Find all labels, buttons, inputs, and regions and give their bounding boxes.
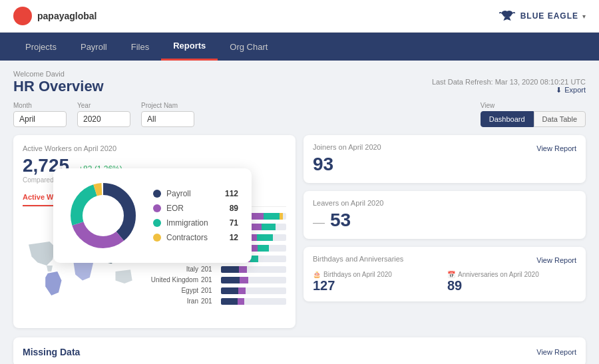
main-content: Welcome David HR Overview Last Data Refr… <box>0 61 599 364</box>
bar-row-uk: United Kingdom 201 <box>150 276 286 283</box>
export-icon: ⬇ <box>556 86 562 94</box>
eor-value: 89 <box>230 204 238 213</box>
birthday-label: Birthdays on April 2020 <box>323 271 392 278</box>
immigration-dot <box>153 219 161 227</box>
anniversary-item: 📅 Anniversaries on April 2020 89 <box>447 271 576 293</box>
birthdays-view-report[interactable]: View Report <box>536 256 576 264</box>
payroll-value: 112 <box>225 189 238 198</box>
donut-chart <box>67 179 140 252</box>
contractors-value: 12 <box>230 233 238 242</box>
contractors-label: Contractors <box>166 233 220 242</box>
joiners-value: 93 <box>313 154 576 175</box>
header: papayaglobal BLUE EAGLE ▾ <box>0 0 599 33</box>
view-label: View <box>481 102 586 109</box>
joiners-card: View Report Joiners on April 2020 93 <box>303 135 586 183</box>
export-button[interactable]: ⬇ Export <box>556 86 586 94</box>
year-filter: Year 2020 <box>77 102 130 127</box>
nav-payroll[interactable]: Payroll <box>69 34 119 60</box>
contractors-dot <box>153 234 161 242</box>
nav-files[interactable]: Files <box>119 34 161 60</box>
legend-payroll: Payroll 112 <box>153 189 238 198</box>
legend-contractors: Contractors 12 <box>153 233 238 242</box>
right-column: View Report Joiners on April 2020 93 Lea… <box>303 135 586 328</box>
eor-dot <box>153 204 161 212</box>
refresh-text: Last Data Refresh: Mar 13, 2020 08:10:21… <box>432 78 586 86</box>
joiners-view-report[interactable]: View Report <box>536 144 576 152</box>
birthdays-grid: 🎂 Birthdays on April 2020 127 📅 Annivers… <box>313 271 576 293</box>
brand-name: BLUE EAGLE <box>520 11 578 21</box>
anniversary-value: 89 <box>447 278 576 293</box>
logo-text: papayaglobal <box>37 11 97 21</box>
data-table-view-btn[interactable]: Data Table <box>534 111 586 127</box>
legend-immigration: Immigration 71 <box>153 218 238 228</box>
bar-row-egypt: Egypt 201 <box>150 287 286 294</box>
donut-overlay: Payroll 112 EOR 89 Immigration 71 Contra… <box>53 168 252 263</box>
payroll-dot <box>153 190 161 198</box>
birthday-icon: 🎂 <box>313 271 321 278</box>
bar-row-iran: Iran 201 <box>150 297 286 305</box>
dashboard-view-btn[interactable]: Dashboard <box>481 111 534 127</box>
legend-eor: EOR 89 <box>153 204 238 213</box>
workers-card-title: Active Workers on April 2020 <box>23 144 286 152</box>
brand-right[interactable]: BLUE EAGLE ▾ <box>498 9 586 23</box>
immigration-value: 71 <box>230 218 238 228</box>
nav-projects[interactable]: Projects <box>13 34 69 60</box>
leavers-value: 53 <box>330 210 351 231</box>
view-toggle: Dashboard Data Table <box>481 111 586 127</box>
year-label: Year <box>77 102 130 109</box>
anniversary-label: Anniversaries on April 2020 <box>458 271 539 278</box>
birthdays-card: Birthdays and Anniversaries View Report … <box>303 247 586 301</box>
logo-area: papayaglobal <box>13 7 97 25</box>
project-filter: Project Nam All <box>141 102 194 127</box>
payroll-label: Payroll <box>166 189 220 198</box>
birthdays-card-title: Birthdays and Anniversaries <box>313 255 403 263</box>
nav-reports[interactable]: Reports <box>161 33 218 61</box>
anniversary-icon: 📅 <box>447 271 455 278</box>
svg-point-4 <box>86 198 120 233</box>
filter-bar: Month April Year 2020 Project Nam All Vi… <box>13 102 586 127</box>
leavers-dash: — <box>313 216 325 230</box>
year-select[interactable]: 2020 <box>77 111 130 127</box>
month-select[interactable]: April <box>13 111 67 127</box>
page-title: HR Overview <box>13 78 104 95</box>
nav-org-chart[interactable]: Org Chart <box>218 34 280 60</box>
birthday-item: 🎂 Birthdays on April 2020 127 <box>313 271 442 293</box>
missing-data-section: Missing Data View Report <box>13 337 586 364</box>
project-select[interactable]: All <box>141 111 194 127</box>
eagle-icon <box>498 9 516 23</box>
missing-view-report[interactable]: View Report <box>536 348 576 356</box>
leavers-title: Leavers on April 2020 <box>313 199 576 207</box>
birthday-value: 127 <box>313 278 442 293</box>
project-label: Project Nam <box>141 102 194 109</box>
brand-dropdown-icon[interactable]: ▾ <box>582 13 586 20</box>
month-filter: Month April <box>13 102 67 127</box>
main-nav: Projects Payroll Files Reports Org Chart <box>0 33 599 61</box>
papaya-logo <box>13 7 32 25</box>
eor-label: EOR <box>166 204 220 213</box>
bar-row-italy: Italy 201 <box>150 266 286 273</box>
export-label: Export <box>564 86 586 94</box>
welcome-text: Welcome David <box>13 70 104 78</box>
leavers-card: Leavers on April 2020 — 53 <box>303 191 586 239</box>
month-label: Month <box>13 102 67 109</box>
missing-data-title: Missing Data <box>23 347 80 357</box>
immigration-label: Immigration <box>166 218 220 228</box>
donut-legend: Payroll 112 EOR 89 Immigration 71 Contra… <box>153 189 238 242</box>
